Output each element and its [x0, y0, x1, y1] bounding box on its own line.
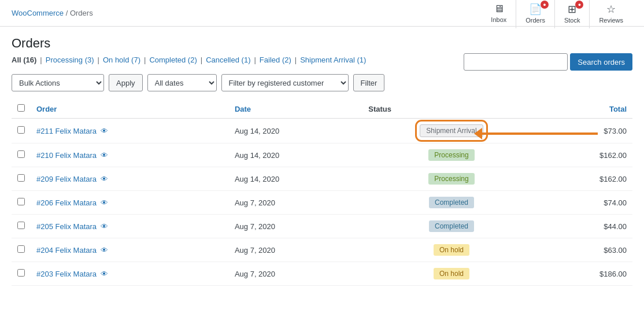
- search-input[interactable]: [464, 53, 568, 71]
- row-checkbox[interactable]: [17, 198, 25, 205]
- row-date-cell: Aug 7, 2020: [229, 215, 362, 238]
- filter-link-shipment[interactable]: Shipment Arrival (1): [300, 56, 366, 64]
- order-link[interactable]: #203 Felix Matara: [36, 270, 97, 278]
- customer-filter-select[interactable]: Filter by registered customer: [221, 74, 349, 91]
- search-orders-button[interactable]: Search orders: [570, 53, 632, 71]
- row-checkbox[interactable]: [17, 269, 25, 277]
- breadcrumb-parent-link[interactable]: WooCommerce: [12, 9, 64, 17]
- order-link[interactable]: #211 Felix Matara: [36, 127, 97, 135]
- filter-link-all[interactable]: All (16): [12, 56, 36, 64]
- status-badge: Shipment Arrival: [420, 124, 483, 137]
- row-total-cell: $162.00: [541, 143, 632, 167]
- row-date-cell: Aug 7, 2020: [229, 238, 362, 262]
- status-badge: Processing: [428, 149, 474, 161]
- th-checkbox: [12, 100, 31, 119]
- row-checkbox[interactable]: [17, 222, 25, 229]
- nav-inbox[interactable]: 🖥 Inbox: [482, 0, 516, 28]
- table-row: #209 Felix Matara 👁 Aug 14, 2020 Process…: [12, 167, 632, 191]
- bulk-actions-select[interactable]: Bulk Actions: [12, 74, 104, 91]
- row-order-cell: #206 Felix Matara 👁: [31, 191, 229, 215]
- status-badge: On hold: [434, 244, 469, 256]
- nav-stock[interactable]: ⊞ Stock ●: [554, 0, 590, 28]
- row-order-cell: #203 Felix Matara 👁: [31, 262, 229, 286]
- th-order[interactable]: Order: [31, 100, 229, 119]
- filter-link-cancelled[interactable]: Cancelled (1): [206, 56, 250, 64]
- filter-link-onhold[interactable]: On hold (7): [103, 56, 140, 64]
- row-order-cell: #205 Felix Matara 👁: [31, 215, 229, 238]
- table-row: #206 Felix Matara 👁 Aug 7, 2020 Complete…: [12, 191, 632, 215]
- row-date-cell: Aug 14, 2020: [229, 143, 362, 167]
- order-link[interactable]: #205 Felix Matara: [36, 222, 97, 231]
- table-row: #203 Felix Matara 👁 Aug 7, 2020 On hold …: [12, 262, 632, 286]
- filter-links: All (16) | Processing (3) | On hold (7) …: [12, 53, 366, 70]
- top-bar: WooCommerce / Orders 🖥 Inbox 📄 Orders ● …: [0, 0, 644, 27]
- row-total-cell: $74.00: [541, 191, 632, 215]
- row-status-cell: Processing: [362, 167, 540, 191]
- row-status-cell: Shipment Arrival: [362, 119, 540, 143]
- status-badge: On hold: [434, 268, 469, 279]
- preview-icon[interactable]: 👁: [101, 222, 108, 231]
- row-checkbox-cell: [12, 238, 31, 262]
- th-total[interactable]: Total: [541, 100, 632, 119]
- row-total-cell: $186.00: [541, 262, 632, 286]
- row-status-cell: Completed: [362, 215, 540, 238]
- order-link[interactable]: #210 Felix Matara: [36, 151, 97, 160]
- page-content: Orders All (16) | Processing (3) | On ho…: [0, 27, 644, 324]
- nav-orders-label: Orders: [525, 17, 545, 24]
- filter-link-completed[interactable]: Completed (2): [149, 56, 197, 64]
- row-checkbox-cell: [12, 167, 31, 191]
- date-filter-select[interactable]: All dates: [147, 74, 217, 91]
- table-row: #204 Felix Matara 👁 Aug 7, 2020 On hold …: [12, 238, 632, 262]
- order-link[interactable]: #209 Felix Matara: [36, 175, 97, 183]
- row-checkbox-cell: [12, 119, 31, 143]
- row-total-cell: $63.00: [541, 238, 632, 262]
- filter-link-processing[interactable]: Processing (3): [46, 56, 94, 64]
- toolbar: Bulk Actions Apply All dates Filter by r…: [12, 71, 632, 97]
- preview-icon[interactable]: 👁: [101, 246, 108, 255]
- preview-icon[interactable]: 👁: [101, 175, 108, 183]
- th-status: Status: [362, 100, 540, 119]
- row-date-cell: Aug 14, 2020: [229, 167, 362, 191]
- preview-icon[interactable]: 👁: [101, 127, 108, 135]
- table-row: #205 Felix Matara 👁 Aug 7, 2020 Complete…: [12, 215, 632, 238]
- row-checkbox[interactable]: [17, 126, 25, 134]
- nav-orders[interactable]: 📄 Orders ●: [516, 0, 554, 28]
- status-badge: Processing: [428, 173, 474, 185]
- row-status-cell: On hold: [362, 262, 540, 286]
- select-all-checkbox[interactable]: [17, 104, 25, 112]
- row-date-cell: Aug 7, 2020: [229, 262, 362, 286]
- orders-table: Order Date Status Total #211 Felix Matar…: [12, 100, 632, 286]
- nav-reviews-label: Reviews: [599, 17, 623, 24]
- row-date-cell: Aug 7, 2020: [229, 191, 362, 215]
- top-navigation: 🖥 Inbox 📄 Orders ● ⊞ Stock ● ☆ Reviews: [482, 0, 632, 28]
- reviews-icon: ☆: [606, 3, 616, 16]
- stock-badge: ●: [575, 1, 583, 9]
- table-row: #210 Felix Matara 👁 Aug 14, 2020 Process…: [12, 143, 632, 167]
- status-badge: Completed: [429, 220, 474, 232]
- row-checkbox-cell: [12, 191, 31, 215]
- nav-inbox-label: Inbox: [491, 16, 506, 23]
- order-link[interactable]: #204 Felix Matara: [36, 246, 97, 255]
- page-title-section: Orders: [12, 27, 632, 53]
- inbox-icon: 🖥: [494, 3, 504, 15]
- row-checkbox[interactable]: [17, 174, 25, 182]
- th-date[interactable]: Date: [229, 100, 362, 119]
- orders-icon: 📄: [529, 3, 542, 16]
- nav-reviews[interactable]: ☆ Reviews: [589, 0, 632, 28]
- preview-icon[interactable]: 👁: [101, 151, 108, 160]
- row-checkbox[interactable]: [17, 245, 25, 253]
- row-checkbox[interactable]: [17, 150, 25, 158]
- row-total-cell: $162.00: [541, 167, 632, 191]
- order-link[interactable]: #206 Felix Matara: [36, 198, 97, 207]
- row-checkbox-cell: [12, 143, 31, 167]
- row-order-cell: #210 Felix Matara 👁: [31, 143, 229, 167]
- apply-button[interactable]: Apply: [109, 74, 143, 91]
- search-area: Search orders: [464, 53, 632, 71]
- row-status-cell: On hold: [362, 238, 540, 262]
- preview-icon[interactable]: 👁: [101, 270, 108, 278]
- breadcrumb-current: Orders: [70, 9, 93, 17]
- preview-icon[interactable]: 👁: [101, 198, 108, 207]
- row-checkbox-cell: [12, 215, 31, 238]
- filter-link-failed[interactable]: Failed (2): [260, 56, 291, 64]
- filter-button[interactable]: Filter: [353, 74, 385, 91]
